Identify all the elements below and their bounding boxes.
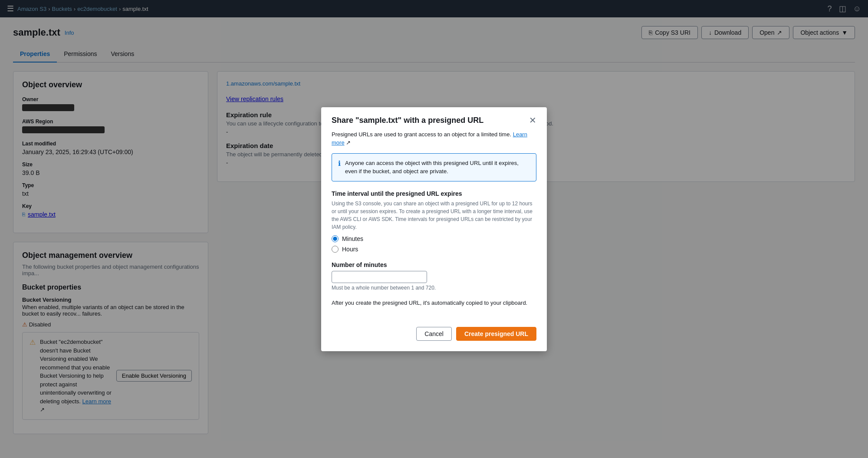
number-field-label: Number of minutes [332, 261, 536, 268]
modal-title: Share "sample.txt" with a presigned URL [332, 116, 483, 125]
modal-subtitle: Presigned URLs are used to grant access … [332, 130, 536, 147]
modal-body: Presigned URLs are used to grant access … [321, 125, 547, 327]
time-interval-section: Time interval until the presigned URL ex… [332, 190, 536, 253]
number-field-section: Number of minutes Must be a whole number… [332, 261, 536, 291]
clipboard-note: After you create the presigned URL, it's… [332, 300, 536, 306]
create-presigned-url-button[interactable]: Create presigned URL [456, 327, 536, 341]
modal-header: Share "sample.txt" with a presigned URL … [321, 107, 547, 125]
radio-group-time: Minutes Hours [332, 235, 536, 253]
info-banner: ℹ Anyone can access the object with this… [332, 153, 536, 181]
cancel-button[interactable]: Cancel [416, 327, 452, 341]
radio-minutes-label: Minutes [342, 235, 363, 242]
info-banner-text: Anyone can access the object with this p… [345, 159, 530, 176]
modal-footer: Cancel Create presigned URL [321, 327, 547, 351]
number-field-hint: Must be a whole number between 1 and 720… [332, 285, 536, 291]
radio-hours[interactable]: Hours [332, 246, 536, 253]
info-icon: ℹ [338, 159, 341, 168]
number-of-minutes-input[interactable] [332, 271, 427, 283]
radio-minutes[interactable]: Minutes [332, 235, 536, 242]
time-interval-desc: Using the S3 console, you can share an o… [332, 200, 536, 231]
radio-hours-input[interactable] [332, 246, 339, 253]
radio-hours-label: Hours [342, 246, 358, 253]
presigned-url-modal: Share "sample.txt" with a presigned URL … [321, 107, 547, 351]
modal-backdrop: Share "sample.txt" with a presigned URL … [0, 0, 868, 458]
radio-minutes-input[interactable] [332, 235, 339, 242]
time-interval-label: Time interval until the presigned URL ex… [332, 190, 536, 197]
modal-close-button[interactable]: ✕ [529, 116, 536, 125]
